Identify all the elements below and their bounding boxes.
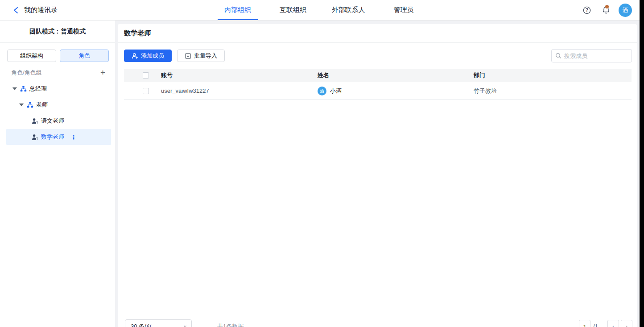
tab-label: 内部组织 (224, 6, 251, 14)
header-checkbox-cell (124, 72, 161, 79)
search-icon (555, 53, 561, 59)
tab-admins[interactable]: 管理员 (384, 0, 424, 20)
main-panel: 数学老师 添加成员 批量导入 (118, 24, 637, 327)
members-table: 账号 姓名 部门 user_vaiwfw31227 酒 小酒 竹子教培 (124, 69, 632, 100)
more-options-icon[interactable]: ⋮ (70, 133, 77, 141)
add-person-icon (132, 53, 138, 59)
batch-import-label: 批量导入 (194, 52, 217, 60)
toolbar: 添加成员 批量导入 (118, 43, 637, 69)
add-role-icon[interactable]: + (100, 69, 105, 76)
total-count-label: 共1条数据 (217, 319, 244, 327)
cell-account: user_vaiwfw31227 (161, 87, 318, 94)
column-department: 部门 (474, 71, 632, 79)
total-pages-label: /1 (593, 320, 598, 327)
select-all-checkbox[interactable] (143, 72, 149, 79)
org-group-icon (27, 102, 33, 108)
svg-text:?: ? (586, 8, 588, 12)
add-member-label: 添加成员 (141, 52, 164, 60)
tree-item-label: 语文老师 (41, 117, 64, 125)
next-page-button[interactable]: › (621, 320, 632, 327)
prev-page-button[interactable]: ‹ (607, 320, 619, 327)
back-icon[interactable] (12, 6, 20, 14)
role-group-section: 角色/角色组 + (0, 66, 115, 79)
tab-label: 互联组织 (280, 6, 306, 14)
tree-item-chinese-teacher[interactable]: 语文老师 (6, 113, 111, 129)
add-member-button[interactable]: 添加成员 (124, 50, 172, 62)
role-person-icon (32, 118, 38, 124)
screen-edge-black-strip (640, 0, 644, 327)
notification-dot (605, 5, 609, 8)
tree-item-general-manager[interactable]: 总经理 (6, 81, 111, 97)
tree-item-label: 总经理 (29, 85, 47, 93)
role-button[interactable]: 角色 (60, 50, 109, 62)
role-group-label: 角色/角色组 (11, 69, 42, 77)
tree-item-label: 数学老师 (41, 133, 64, 141)
tree-item-teacher[interactable]: 老师 (6, 97, 111, 113)
nav-tabs: 内部组织 互联组织 外部联系人 管理员 (218, 0, 424, 20)
sidebar: 团队模式：普通模式 组织架构 角色 角色/角色组 + 总经理 (0, 21, 115, 327)
row-avatar: 酒 (318, 87, 326, 95)
collapse-caret-icon[interactable] (12, 87, 17, 90)
top-bar: 我的通讯录 内部组织 互联组织 外部联系人 管理员 ? (0, 0, 644, 21)
table-header-row: 账号 姓名 部门 (124, 69, 632, 82)
page-title[interactable]: 我的通讯录 (24, 6, 58, 14)
org-group-icon (20, 86, 27, 92)
role-title: 数学老师 (124, 29, 151, 37)
chevron-down-icon: ∨ (183, 324, 187, 327)
search-member-box (551, 49, 632, 62)
active-tab-underline (218, 19, 258, 20)
role-tree: 总经理 老师 (0, 81, 115, 145)
batch-import-button[interactable]: 批量导入 (177, 50, 225, 62)
cell-name: 酒 小酒 (318, 87, 474, 95)
page-size-value: 30 条/页 (131, 323, 152, 327)
role-person-icon (32, 134, 38, 141)
column-account: 账号 (161, 71, 318, 79)
org-structure-button[interactable]: 组织架构 (7, 50, 56, 62)
panel-header: 数学老师 (118, 24, 637, 43)
page-size-select[interactable]: 30 条/页 ∨ (125, 319, 192, 327)
breadcrumb: 我的通讯录 (12, 0, 58, 20)
row-checkbox[interactable] (143, 88, 149, 94)
row-checkbox-cell (124, 88, 161, 94)
tab-label: 管理员 (394, 6, 414, 14)
team-mode-header: 团队模式：普通模式 (0, 21, 115, 43)
topbar-actions: ? 酒 (583, 0, 632, 20)
tab-internal-org[interactable]: 内部组织 (218, 0, 258, 20)
notification-bell-icon[interactable] (602, 6, 611, 15)
cell-department: 竹子教培 (474, 87, 632, 95)
tab-connected-org[interactable]: 互联组织 (273, 0, 313, 20)
tree-item-math-teacher[interactable]: 数学老师 ⋮ (6, 129, 111, 145)
help-icon[interactable]: ? (583, 6, 591, 14)
tree-item-label: 老师 (36, 101, 48, 109)
import-icon (185, 53, 191, 59)
tab-label: 外部联系人 (332, 6, 365, 14)
current-page-box[interactable]: 1 (579, 320, 590, 327)
collapse-caret-icon[interactable] (19, 103, 24, 106)
user-avatar[interactable]: 酒 (619, 4, 632, 17)
search-member-input[interactable] (564, 53, 628, 59)
member-name: 小酒 (330, 87, 342, 95)
view-toggle: 组织架构 角色 (0, 43, 115, 62)
tab-external-contacts[interactable]: 外部联系人 (328, 0, 368, 20)
column-name: 姓名 (318, 71, 474, 79)
table-row[interactable]: user_vaiwfw31227 酒 小酒 竹子教培 (124, 82, 632, 100)
